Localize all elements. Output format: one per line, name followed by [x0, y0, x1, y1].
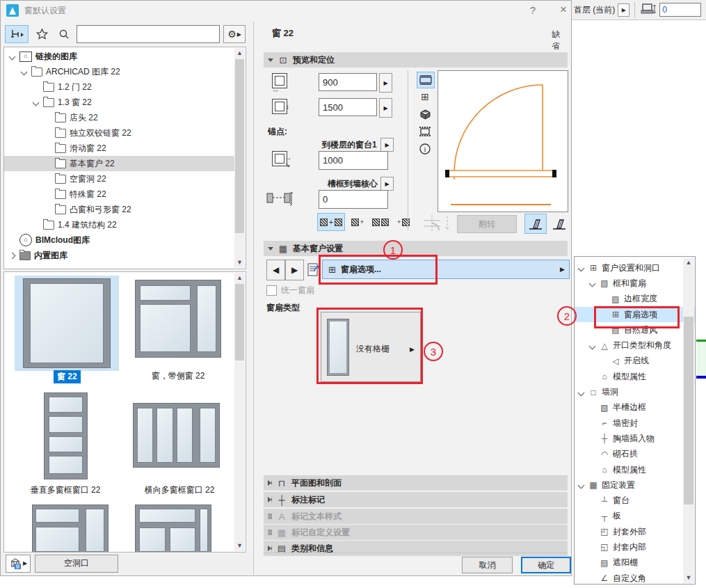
- section-preview-positioning[interactable]: ⊡ 预览和定位: [264, 52, 568, 67]
- orientation-left-button[interactable]: [524, 214, 547, 234]
- reveal-field[interactable]: 0: [319, 190, 388, 209]
- close-button[interactable]: ×: [554, 2, 572, 17]
- scroll-down-icon[interactable]: ▼: [234, 257, 245, 268]
- section-marker-text-style-icon[interactable]: A标记文本样式: [264, 509, 568, 524]
- menu-item[interactable]: ┼胸墙插入物: [575, 431, 696, 446]
- tree-item[interactable]: 1.4 建筑结构 22: [4, 217, 234, 232]
- tree-item[interactable]: 空窗洞 22: [4, 171, 234, 186]
- next-page-button[interactable]: ▶: [285, 260, 304, 280]
- tree-scrollbar[interactable]: ▲ ▼: [234, 48, 245, 268]
- search-input[interactable]: [77, 25, 220, 43]
- thumbnail-label[interactable]: 窗，带侧窗 22: [135, 370, 221, 382]
- section-floorplan-section-icon[interactable]: ⊓平面图和剖面: [264, 475, 568, 491]
- previous-page-button[interactable]: ◀: [266, 260, 285, 280]
- preview-canvas[interactable]: [438, 70, 568, 212]
- expanded-caret-icon[interactable]: [589, 280, 596, 287]
- menu-item[interactable]: ┬板: [575, 509, 696, 524]
- element-type-button[interactable]: [5, 25, 29, 43]
- tree-item[interactable]: 凸窗和弓形窗 22: [4, 202, 234, 217]
- info-icon[interactable]: i: [417, 141, 433, 157]
- anchor-option-right-button[interactable]: +: [395, 214, 412, 230]
- cancel-button[interactable]: 取消: [462, 557, 513, 573]
- uniform-sash-checkbox[interactable]: [266, 285, 277, 296]
- tree-item[interactable]: ⌂链接的图库: [4, 49, 234, 64]
- tree-item[interactable]: 店头 22: [4, 110, 234, 125]
- favorites-button[interactable]: [32, 25, 51, 43]
- library-kind-button[interactable]: ▶: [6, 555, 31, 573]
- expanded-caret-icon[interactable]: [578, 265, 585, 272]
- scroll-down-icon[interactable]: ▼: [683, 573, 694, 583]
- anchor-option-both-button[interactable]: +: [317, 213, 345, 231]
- menu-item[interactable]: ◁开启线: [575, 353, 696, 369]
- thumbnail-label[interactable]: 横向多窗框窗口 22: [124, 484, 235, 496]
- tree-item[interactable]: 内置图库: [4, 248, 234, 263]
- menu-scrollbar[interactable]: ▲ ▼: [683, 257, 694, 583]
- anchor-option-left-button[interactable]: +: [349, 214, 366, 230]
- scroll-thumb[interactable]: [235, 59, 244, 233]
- expanded-caret-icon[interactable]: [578, 389, 585, 396]
- sill-height-field[interactable]: 1000: [319, 151, 388, 170]
- menu-item[interactable]: ⌂模型属性: [575, 462, 696, 477]
- scroll-up-icon[interactable]: ▲: [234, 273, 245, 283]
- ok-button[interactable]: 确定: [521, 557, 571, 573]
- menu-item[interactable]: △开口类型和角度: [575, 337, 696, 353]
- expanded-caret-icon[interactable]: [21, 69, 28, 76]
- section-dimension-marker-icon[interactable]: ┼标注标记: [264, 492, 568, 507]
- sill-height-input[interactable]: [659, 3, 701, 17]
- settings-menu-button[interactable]: ⚙▶: [223, 25, 246, 43]
- menu-item[interactable]: ▧框和窗扇: [575, 276, 696, 291]
- thumbnail-label[interactable]: 窗 22: [54, 370, 81, 383]
- section-marker-custom-settings-icon[interactable]: ▦标记自定义设置: [264, 525, 568, 540]
- menu-item[interactable]: ◠砌石拱: [575, 447, 696, 462]
- tree-item[interactable]: 基本窗户 22: [4, 156, 234, 171]
- view-plan-icon[interactable]: [417, 72, 435, 88]
- reveal-flyout-button[interactable]: ▶: [380, 177, 394, 191]
- scroll-thumb[interactable]: [684, 317, 693, 504]
- tree-item[interactable]: 滑动窗 22: [4, 141, 234, 156]
- scroll-down-icon[interactable]: ▼: [234, 541, 245, 551]
- menu-item[interactable]: ▨边框宽度: [575, 292, 696, 307]
- view-3d-icon[interactable]: [417, 106, 433, 122]
- story-flyout-button[interactable]: ▶: [618, 3, 629, 17]
- menu-item[interactable]: ┴窗台: [575, 493, 696, 508]
- tree-item[interactable]: 独立双铰链窗 22: [4, 125, 234, 141]
- menu-item[interactable]: ▧半槽边框: [575, 400, 696, 415]
- menu-item[interactable]: ⌐墙密封: [575, 415, 696, 431]
- orientation-right-button[interactable]: [548, 214, 570, 234]
- section-basic-window-settings[interactable]: ▦ 基本窗户设置: [264, 241, 568, 256]
- menu-item[interactable]: ⊞窗户设置和洞口: [575, 260, 688, 276]
- expanded-caret-icon[interactable]: [33, 100, 40, 106]
- height-field[interactable]: 1500: [319, 98, 377, 116]
- expanded-caret-icon[interactable]: [589, 342, 596, 349]
- menu-item[interactable]: ▤遮阳棚: [575, 555, 696, 571]
- thumbnail-label[interactable]: 垂直多窗框窗口 22: [10, 484, 121, 496]
- width-field[interactable]: 900: [319, 73, 377, 91]
- menu-item[interactable]: □墙洞: [575, 384, 688, 399]
- menu-item[interactable]: ▦固定装置: [575, 477, 688, 493]
- tree-item[interactable]: ARCHICAD 图库 22: [4, 64, 234, 79]
- scroll-up-icon[interactable]: ▲: [683, 257, 694, 268]
- help-button[interactable]: ?: [524, 2, 542, 17]
- search-button[interactable]: [55, 25, 73, 43]
- tree-item[interactable]: 特殊窗 22: [4, 186, 234, 202]
- menu-item[interactable]: ◱封套内部: [575, 539, 696, 555]
- dialog-titlebar[interactable]: 窗默认设置: [1, 1, 571, 20]
- view-elevation-icon[interactable]: ⊞: [417, 89, 433, 104]
- tree-item[interactable]: ⌂BIMcloud图库: [4, 232, 234, 248]
- menu-item[interactable]: ∠自定义角: [575, 571, 696, 585]
- collapsed-caret-icon[interactable]: [9, 253, 16, 260]
- scroll-thumb[interactable]: [235, 284, 244, 360]
- height-flyout-button[interactable]: ▶: [379, 98, 392, 118]
- menu-item[interactable]: ⌂模型属性: [575, 369, 696, 384]
- menu-item[interactable]: ◰封套外部: [575, 524, 696, 539]
- tree-item[interactable]: 1.2 门 22: [4, 79, 234, 95]
- view-section-icon[interactable]: [417, 124, 433, 139]
- width-flyout-button[interactable]: ▶: [379, 73, 392, 93]
- sill-flyout-button[interactable]: ▶: [380, 138, 394, 152]
- expanded-caret-icon[interactable]: [9, 54, 16, 61]
- anchor-option-pair-button[interactable]: [370, 214, 391, 230]
- thumbnails-scrollbar[interactable]: ▲ ▼: [234, 273, 245, 551]
- sill-to-story-label[interactable]: 到楼层的窗台1: [322, 139, 377, 151]
- expanded-caret-icon[interactable]: [578, 482, 585, 489]
- scroll-up-icon[interactable]: ▲: [234, 48, 245, 58]
